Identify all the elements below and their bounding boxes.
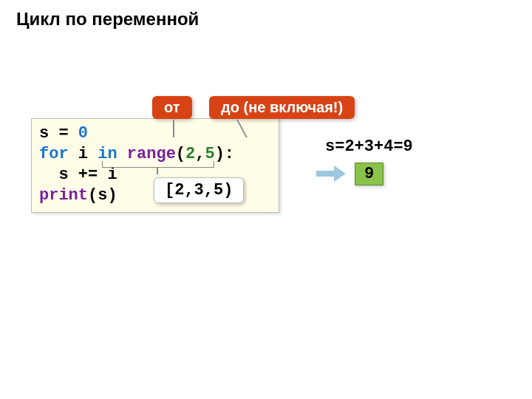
code-func-print: print <box>39 186 88 205</box>
callout-from-tail <box>173 120 174 137</box>
callout-interval: [2,3,5) <box>154 177 244 203</box>
callout-from: от <box>152 96 192 119</box>
code-text: (s) <box>88 186 117 205</box>
code-literal: 0 <box>78 124 88 143</box>
code-line-1: s = 0 <box>39 123 271 144</box>
code-keyword-for: for <box>39 145 69 163</box>
bracket-range <box>102 161 214 168</box>
bracket-tail <box>157 167 158 174</box>
code-text: i <box>69 145 98 163</box>
code-text: ): <box>215 145 234 163</box>
callout-to: до (не включая!) <box>209 96 355 119</box>
page-title: Цикл по переменной <box>16 9 199 30</box>
code-text: s = <box>39 124 78 143</box>
sum-expression: s=2+3+4=9 <box>325 137 413 156</box>
result-badge: 9 <box>355 163 383 185</box>
